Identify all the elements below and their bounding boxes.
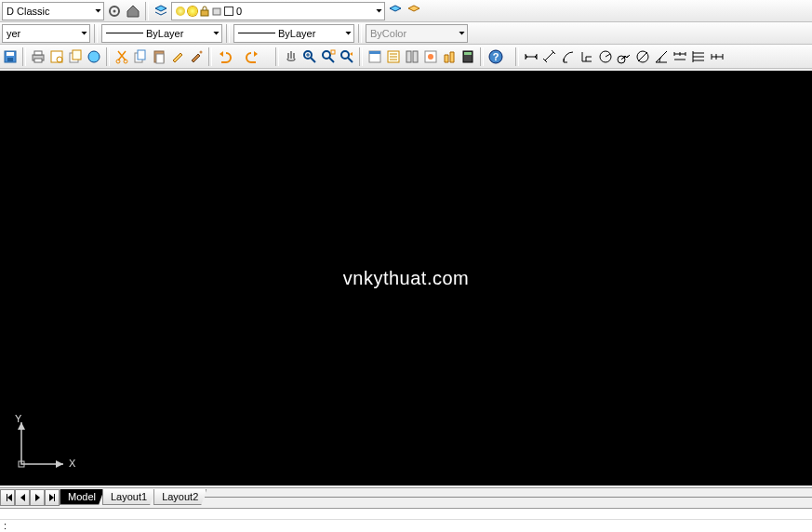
sheetset-icon[interactable] [385, 48, 402, 65]
workspace-dropdown[interactable]: D Classic [2, 2, 104, 20]
tab-layout2[interactable]: Layout2 [153, 489, 206, 505]
svg-rect-2 [201, 10, 208, 16]
svg-point-21 [200, 50, 203, 53]
svg-text:?: ? [493, 51, 499, 62]
svg-rect-13 [73, 50, 81, 60]
lineweight-dropdown[interactable]: ByLayer [233, 24, 354, 43]
help-icon[interactable]: ? [487, 48, 504, 65]
sun-icon [188, 7, 197, 16]
plot-icon [212, 6, 221, 17]
svg-rect-34 [464, 52, 472, 55]
toolpalettes-icon[interactable] [404, 48, 420, 65]
svg-point-23 [323, 51, 330, 59]
workspace-toolbar: D Classic 0 [0, 0, 812, 22]
svg-rect-29 [406, 51, 411, 62]
paste-icon[interactable] [151, 48, 167, 65]
copy-icon[interactable] [132, 48, 149, 65]
brush-icon[interactable] [188, 48, 205, 65]
properties-toolbar: yer ByLayer ByLayer ByColor [0, 22, 812, 45]
drawing-area[interactable]: vnkythuat.com Y X [0, 71, 812, 485]
svg-rect-9 [34, 59, 42, 62]
lineweight-sample [238, 33, 275, 33]
ucs-y-label: Y [15, 413, 21, 424]
layer-name: 0 [236, 6, 242, 17]
undo-dropdown-icon[interactable] [234, 48, 243, 65]
lineweight-value: ByLayer [278, 28, 315, 39]
undo-icon[interactable] [216, 48, 233, 65]
workspace-settings-icon[interactable] [106, 3, 123, 20]
markup-icon[interactable] [422, 48, 439, 65]
layout-tabs: Model Layout1 Layout2 [0, 487, 812, 506]
workspace-value: D Classic [7, 6, 49, 17]
svg-rect-3 [213, 8, 220, 15]
svg-rect-5 [7, 52, 14, 56]
svg-rect-20 [156, 54, 164, 63]
bulb-icon [176, 7, 185, 16]
zoom-window-icon[interactable] [320, 48, 337, 65]
linetype-dropdown[interactable]: ByLayer [101, 24, 222, 43]
plotstyle-value: ByColor [370, 28, 406, 39]
ucs-icon: Y X [7, 413, 73, 480]
svg-rect-24 [331, 50, 335, 54]
line-sample [106, 33, 143, 33]
command-line[interactable]: : [0, 508, 812, 532]
tab-model[interactable]: Model [60, 489, 104, 505]
dim-aligned-icon[interactable] [541, 48, 558, 65]
quickcalc-icon[interactable] [441, 48, 458, 65]
svg-point-25 [341, 51, 349, 59]
watermark-text: vnkythuat.com [343, 268, 469, 289]
tab-next-icon[interactable] [30, 489, 45, 506]
dim-angular-icon[interactable] [653, 48, 670, 65]
matchprop-icon[interactable] [169, 48, 186, 65]
layer-previous-icon[interactable] [387, 3, 404, 20]
svg-point-14 [88, 51, 100, 62]
print-icon[interactable] [30, 48, 47, 65]
plotstyle-dropdown[interactable]: ByColor [366, 24, 468, 43]
dim-ordinate-icon[interactable] [579, 48, 595, 65]
command-prompt: : [0, 520, 7, 531]
layer-states-icon[interactable] [406, 3, 422, 20]
pan-icon[interactable] [283, 48, 300, 65]
zoom-previous-icon[interactable] [339, 48, 355, 65]
publish-icon[interactable] [67, 48, 84, 65]
dim-linear-icon[interactable] [523, 48, 539, 65]
layer-dropdown[interactable]: 0 [171, 2, 385, 20]
dim-arc-icon[interactable] [560, 48, 577, 65]
tab-layout1[interactable]: Layout1 [102, 489, 155, 505]
plot-preview-icon[interactable] [48, 48, 65, 65]
redo-icon[interactable] [245, 48, 261, 65]
tab-prev-icon[interactable] [15, 489, 30, 506]
linetype-value: ByLayer [146, 28, 183, 39]
ucs-x-label: X [69, 458, 75, 469]
tab-filler [205, 497, 812, 498]
redo-dropdown-icon[interactable] [263, 48, 272, 65]
properties-icon[interactable] [366, 48, 383, 65]
dim-continue-icon[interactable] [709, 48, 725, 65]
tab-first-icon[interactable] [0, 489, 15, 506]
calculator-icon[interactable] [459, 48, 476, 65]
save-icon[interactable] [2, 48, 19, 65]
svg-point-32 [428, 54, 433, 60]
dim-baseline-icon[interactable] [690, 48, 707, 65]
standard-toolbar: ? [0, 45, 812, 69]
svg-rect-30 [413, 51, 418, 62]
dim-diameter-icon[interactable] [634, 48, 651, 65]
dim-radius-icon[interactable] [597, 48, 614, 65]
svg-rect-6 [7, 58, 13, 61]
svg-rect-8 [34, 51, 42, 55]
svg-rect-27 [369, 51, 380, 54]
lock-icon [200, 6, 209, 17]
layers-icon[interactable] [153, 3, 169, 20]
color-value: yer [7, 28, 20, 39]
tab-last-icon[interactable] [45, 489, 60, 506]
dim-quick-icon[interactable] [672, 48, 688, 65]
dwf-icon[interactable] [86, 48, 102, 65]
zoom-realtime-icon[interactable] [301, 48, 318, 65]
color-swatch [224, 7, 233, 16]
svg-point-1 [113, 9, 116, 12]
color-dropdown[interactable]: yer [2, 24, 90, 43]
svg-rect-18 [138, 50, 145, 60]
home-icon[interactable] [125, 3, 141, 20]
cut-icon[interactable] [113, 48, 130, 65]
dim-jogged-icon[interactable] [616, 48, 632, 65]
